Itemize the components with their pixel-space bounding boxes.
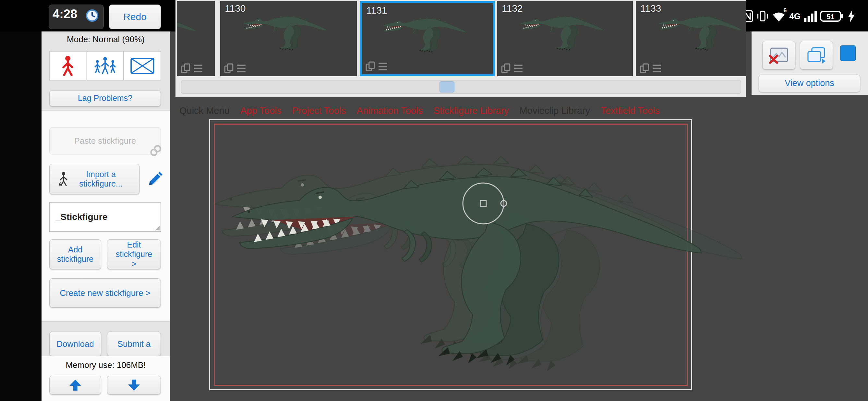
frame-preview-dino [373, 15, 480, 64]
stickfigure-name-input[interactable] [50, 203, 166, 231]
frame-copy-icon[interactable] [181, 63, 191, 74]
edit-pencil-button[interactable] [145, 166, 165, 192]
frame-copy-icon[interactable] [501, 63, 511, 74]
tool-button-movieclip[interactable] [124, 51, 161, 81]
mode-text: Mode: Normal (90%) [41, 34, 170, 44]
copy-frames-button[interactable] [800, 41, 833, 69]
edit-stickfigure-label: Edit stickfigure > [113, 240, 155, 269]
vibrate-icon [757, 10, 768, 23]
transform-control[interactable] [459, 179, 508, 228]
lag-problems-button[interactable]: Lag Problems? [49, 90, 161, 106]
frame-thumbnail-partial[interactable] [177, 1, 215, 76]
tools-menu-bar: Quick Menu App Tools Project Tools Anima… [179, 105, 660, 116]
frame-number: 1130 [225, 3, 246, 14]
resize-grip-icon [155, 226, 160, 230]
menu-quick-menu[interactable]: Quick Menu [179, 105, 230, 116]
charging-bolt-icon [848, 10, 855, 23]
link-icon [149, 144, 162, 157]
animation-canvas[interactable] [213, 140, 722, 389]
frame-menu-icon[interactable] [378, 61, 388, 72]
signal-bars-icon [804, 10, 817, 23]
import-stickfigure-label: Import a stickfigure... [72, 170, 130, 189]
multi-figure-icon [93, 56, 117, 76]
timeline-panel: 1130 1131 [176, 0, 746, 97]
color-swatch-button[interactable] [840, 45, 856, 61]
frame-copy-icon[interactable] [224, 63, 234, 74]
frame-thumbnail[interactable]: 1130 [220, 1, 357, 76]
clock-time: 4:28 [53, 7, 77, 21]
redo-button[interactable]: Redo [109, 4, 161, 29]
download-button[interactable]: Download [49, 332, 101, 356]
frame-thumbnail[interactable]: 1132 [497, 1, 633, 76]
add-stickfigure-label: Add stickfigure [56, 245, 95, 264]
create-stickfigure-button[interactable]: Create new stickfigure > [49, 278, 161, 308]
download-label: Download [56, 339, 94, 349]
submit-button[interactable]: Submit a [107, 332, 161, 356]
frame-number: 1132 [502, 3, 523, 14]
network-type-label: 4G [789, 11, 801, 22]
app-window: 4:28 Redo 6 4G [0, 0, 868, 401]
frame-copy-icon[interactable] [366, 61, 375, 72]
menu-textfield-tools[interactable]: Textfield Tools [601, 105, 660, 116]
create-stickfigure-label: Create new stickfigure > [60, 288, 151, 298]
import-person-icon [59, 171, 68, 187]
left-notch-strip [0, 0, 41, 401]
paste-stickfigure-button[interactable]: Paste stickfigure [49, 127, 161, 154]
frame-thumbnail[interactable]: 1133 [636, 1, 746, 76]
arrow-up-icon [69, 379, 81, 391]
move-up-button[interactable] [49, 376, 101, 395]
menu-movieclip-library[interactable]: Movieclip Library [519, 105, 590, 116]
frame-preview-dino [511, 13, 618, 62]
move-down-button[interactable] [107, 376, 161, 395]
paste-stickfigure-label: Paste stickfigure [74, 136, 136, 146]
frame-menu-icon[interactable] [237, 63, 246, 74]
battery-icon: 51 [820, 9, 845, 23]
frame-menu-icon[interactable] [193, 63, 203, 74]
add-stickfigure-button[interactable]: Add stickfigure [49, 240, 101, 269]
tool-button-multi-figure[interactable] [87, 51, 124, 81]
view-options-button[interactable]: View options [759, 74, 860, 92]
center-handle[interactable] [480, 201, 486, 206]
menu-app-tools[interactable]: App Tools [240, 105, 282, 116]
stickfigure-name-field[interactable] [49, 203, 161, 232]
battery-level-text: 51 [827, 13, 835, 21]
edit-stickfigure-button[interactable]: Edit stickfigure > [107, 240, 161, 269]
redo-label: Redo [123, 11, 147, 22]
import-stickfigure-button[interactable]: Import a stickfigure... [49, 164, 140, 194]
stickfigure-icon [60, 55, 75, 76]
menu-project-tools[interactable]: Project Tools [292, 105, 346, 116]
memory-use-text: Memory use: 106MB! [41, 360, 170, 370]
movieclip-box-icon [130, 57, 154, 74]
frame-menu-icon[interactable] [652, 63, 662, 74]
frame-number: 1131 [366, 5, 387, 16]
edge-handle[interactable] [501, 201, 507, 206]
frame-menu-icon[interactable] [514, 63, 523, 74]
tool-button-stickfigure[interactable] [49, 51, 86, 81]
delete-frame-icon [768, 47, 789, 64]
lag-problems-label: Lag Problems? [78, 93, 132, 103]
timeline-scrollbar-handle[interactable] [439, 82, 455, 92]
frame-preview-dino [177, 14, 210, 63]
rotate-ring[interactable] [463, 183, 504, 224]
frame-number: 1133 [640, 3, 661, 14]
timeline-scrollbar-track[interactable] [181, 80, 741, 94]
frame-thumbnail-selected[interactable]: 1131 [360, 1, 495, 76]
system-status-icons: 6 4G 51 [742, 8, 855, 24]
frame-copy-icon[interactable] [640, 63, 649, 74]
delete-frame-button[interactable] [762, 41, 795, 69]
wifi6-badge: 6 [783, 7, 786, 14]
arrow-down-icon [128, 379, 140, 391]
menu-animation-tools[interactable]: Animation Tools [356, 105, 423, 116]
view-options-label: View options [785, 78, 834, 89]
submit-label: Submit a [117, 339, 151, 349]
menu-stickfigure-library[interactable]: Stickfigure Library [433, 105, 508, 116]
frame-preview-dino [649, 13, 746, 62]
pencil-icon [147, 171, 163, 187]
frame-preview-dino [234, 13, 341, 62]
alarm-clock-icon [85, 8, 99, 23]
copy-frames-icon [806, 47, 827, 64]
